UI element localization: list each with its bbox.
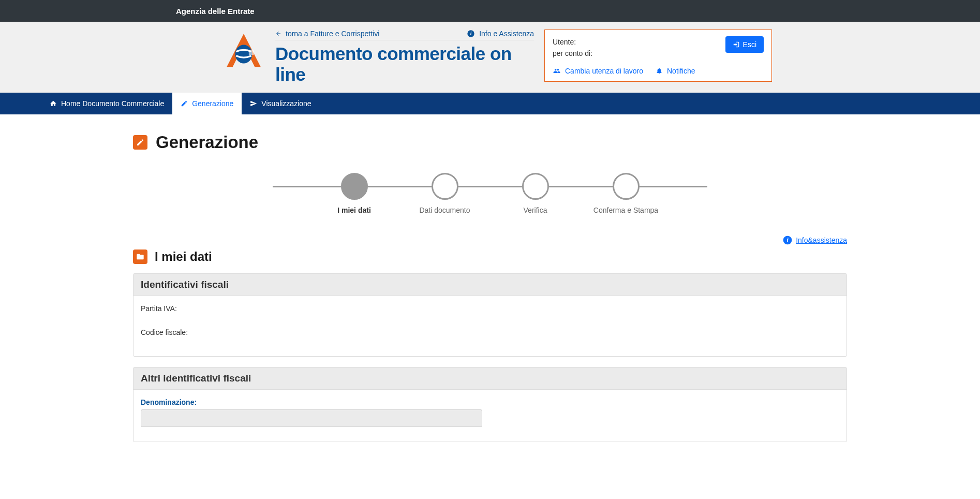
page-title: Generazione	[156, 133, 258, 152]
agency-name: Agenzia delle Entrate	[176, 7, 255, 16]
nav-home[interactable]: Home Documento Commerciale	[41, 93, 172, 114]
paper-plane-icon	[250, 100, 257, 107]
section-miei-dati-heading: I miei dati	[133, 250, 847, 264]
step-2[interactable]: Dati documento	[399, 173, 490, 214]
home-icon	[50, 100, 57, 107]
step-1[interactable]: I miei dati	[309, 173, 399, 214]
partita-iva-label: Partita IVA:	[141, 304, 177, 313]
top-bar: Agenzia delle Entrate	[0, 0, 980, 22]
section-miei-dati-title: I miei dati	[155, 250, 212, 264]
info-circle-icon: i	[782, 235, 793, 245]
step-2-label: Dati documento	[419, 206, 470, 214]
users-icon	[553, 67, 561, 75]
nav-generazione[interactable]: Generazione	[172, 93, 242, 114]
info-assist-label: Info e Assistenza	[479, 30, 534, 38]
logout-button[interactable]: Esci	[725, 36, 764, 53]
svg-rect-1	[249, 50, 254, 55]
info-assist-inline-link[interactable]: i Info&assistenza	[782, 235, 847, 245]
back-link-label: torna a Fatture e Corrispettivi	[286, 30, 379, 38]
panel-identificativi-fiscali: Identificativi fiscali Partita IVA: Codi…	[133, 273, 847, 357]
pencil-box-icon	[133, 135, 147, 150]
panel-altri-header: Altri identificativi fiscali	[133, 368, 847, 390]
notifiche-link[interactable]: Notifiche	[656, 67, 695, 75]
step-3-label: Verifica	[524, 206, 547, 214]
panel-altri-identificativi: Altri identificativi fiscali Denominazio…	[133, 367, 847, 442]
notifiche-label: Notifiche	[667, 67, 695, 75]
step-4-label: Conferma e Stampa	[593, 206, 658, 214]
denominazione-label: Denominazione:	[141, 398, 839, 406]
back-link[interactable]: torna a Fatture e Corrispettivi	[275, 30, 379, 38]
user-info: Utente: per conto di:	[553, 36, 592, 60]
utente-label: Utente:	[553, 38, 576, 46]
pencil-icon	[181, 100, 188, 107]
arrow-left-icon	[275, 31, 281, 37]
info-assist-link[interactable]: i Info e Assistenza	[467, 30, 534, 38]
step-2-circle	[432, 173, 458, 200]
bell-icon	[656, 67, 663, 75]
step-4-circle	[613, 173, 640, 200]
header-area: torna a Fatture e Corrispettivi i Info e…	[0, 22, 980, 93]
folder-box-icon	[133, 250, 147, 264]
step-3-circle	[522, 173, 549, 200]
logout-label: Esci	[743, 40, 756, 49]
nav-visualizzazione-label: Visualizzazione	[261, 99, 311, 108]
info-assist-inline-label: Info&assistenza	[796, 236, 847, 244]
main-nav: Home Documento Commerciale Generazione V…	[0, 93, 980, 114]
svg-text:i: i	[470, 31, 472, 36]
user-box: Utente: per conto di: Esci Cambia ute	[544, 30, 772, 82]
codice-fiscale-label: Codice fiscale:	[141, 328, 188, 336]
panel-identificativi-header: Identificativi fiscali	[133, 274, 847, 296]
step-4[interactable]: Conferma e Stampa	[581, 173, 671, 214]
step-3[interactable]: Verifica	[490, 173, 581, 214]
denominazione-input[interactable]	[141, 409, 482, 427]
cambia-utenza-label: Cambia utenza di lavoro	[565, 67, 643, 75]
nav-generazione-label: Generazione	[192, 99, 233, 108]
page-heading: Generazione	[133, 133, 847, 152]
info-circle-icon: i	[467, 30, 475, 38]
agency-logo	[222, 30, 265, 72]
nav-home-label: Home Documento Commerciale	[61, 99, 164, 108]
step-1-label: I miei dati	[337, 206, 371, 214]
stepper: I miei dati Dati documento Verifica Conf…	[133, 168, 847, 235]
nav-visualizzazione[interactable]: Visualizzazione	[242, 93, 319, 114]
step-1-circle	[341, 173, 368, 200]
per-conto-label: per conto di:	[553, 49, 592, 57]
sign-out-icon	[733, 41, 740, 48]
app-title: Documento commerciale on line	[275, 43, 534, 85]
cambia-utenza-link[interactable]: Cambia utenza di lavoro	[553, 67, 643, 75]
